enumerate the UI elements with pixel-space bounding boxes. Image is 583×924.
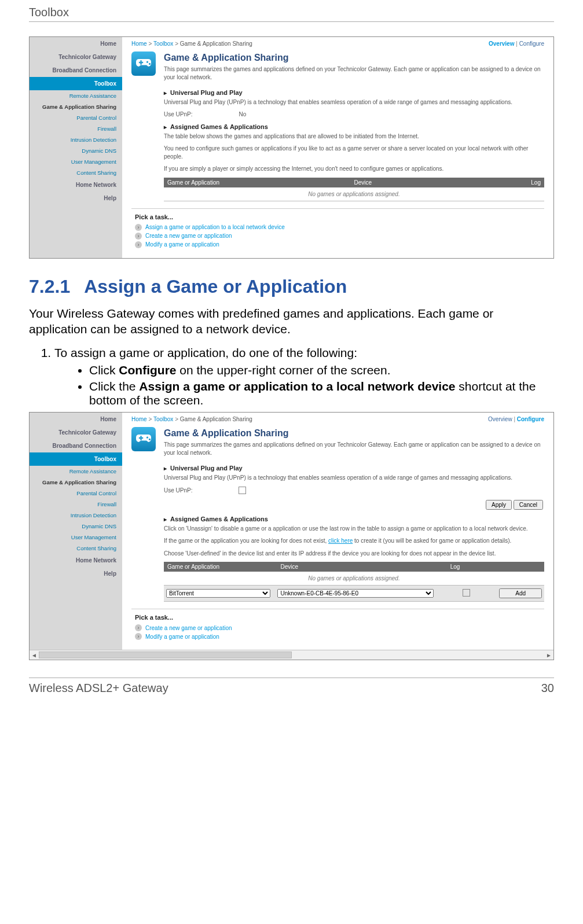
page-title: Game & Application Sharing bbox=[164, 53, 544, 63]
sidebar-item-parental[interactable]: Parental Control bbox=[30, 488, 122, 499]
sidebar-item-usermgmt[interactable]: User Management bbox=[30, 532, 122, 543]
sidebar-item-usermgmt[interactable]: User Management bbox=[30, 156, 122, 167]
th-app: Game or Application bbox=[167, 179, 354, 186]
doc-header-title: Toolbox bbox=[29, 0, 554, 22]
sidebar-item-ddns[interactable]: Dynamic DNS bbox=[30, 521, 122, 532]
sidebar-item-homenet[interactable]: Home Network bbox=[30, 178, 122, 192]
overview-link[interactable]: Overview bbox=[488, 416, 512, 422]
sidebar-item-broadband[interactable]: Broadband Connection bbox=[30, 439, 122, 452]
th-log: Log bbox=[450, 564, 507, 570]
scroll-thumb[interactable] bbox=[39, 651, 292, 658]
scroll-left-icon[interactable]: ◄ bbox=[30, 652, 39, 658]
app-select[interactable]: BitTorrent bbox=[166, 589, 270, 598]
step-1: To assign a game or application, do one … bbox=[54, 346, 554, 407]
sidebar-item-parental[interactable]: Parental Control bbox=[30, 112, 122, 123]
view-toggle: Overview | Configure bbox=[489, 41, 544, 47]
section-title: Assign a Game or Application bbox=[84, 276, 347, 297]
sidebar-item-technicolor[interactable]: Technicolor Gateway bbox=[30, 426, 122, 439]
assigned-c1: Click on 'Unassign' to disable a game or… bbox=[164, 525, 544, 533]
pick-task-label: Pick a task... bbox=[135, 213, 544, 220]
sidebar-item-intrusion[interactable]: Intrusion Detection bbox=[30, 510, 122, 521]
bc-toolbox[interactable]: Toolbox bbox=[153, 41, 173, 47]
arrow-icon: › bbox=[135, 633, 142, 640]
th-app: Game or Application bbox=[167, 564, 280, 570]
sidebar-item-homenet[interactable]: Home Network bbox=[30, 554, 122, 567]
assigned-c3: Choose 'User-defined' in the device list… bbox=[164, 550, 544, 558]
cancel-button[interactable]: Cancel bbox=[514, 500, 543, 510]
task-assign[interactable]: ›Assign a game or application to a local… bbox=[135, 224, 544, 231]
configure-link[interactable]: Configure bbox=[517, 416, 544, 422]
horizontal-scrollbar[interactable]: ◄ ► bbox=[30, 650, 553, 660]
add-row: BitTorrent Unknown-E0-CB-4E-95-86-E0 Add bbox=[164, 586, 544, 602]
sidebar-item-ddns[interactable]: Dynamic DNS bbox=[30, 145, 122, 156]
bc-home[interactable]: Home bbox=[131, 41, 147, 47]
arrow-icon: › bbox=[135, 224, 142, 231]
sidebar-item-home[interactable]: Home bbox=[30, 37, 122, 50]
configure-link[interactable]: Configure bbox=[519, 41, 544, 47]
sidebar-item-game-sharing[interactable]: Game & Application Sharing bbox=[30, 101, 122, 112]
log-checkbox[interactable] bbox=[463, 589, 470, 597]
sidebar-item-firewall[interactable]: Firewall bbox=[30, 499, 122, 510]
task-create[interactable]: ›Create a new game or application bbox=[135, 233, 544, 240]
upnp-desc: Universal Plug and Play (UPnP) is a tech… bbox=[164, 98, 544, 106]
sidebar-item-content[interactable]: Content Sharing bbox=[30, 543, 122, 554]
sidebar-item-remote[interactable]: Remote Assistance bbox=[30, 90, 122, 101]
sidebar-item-broadband[interactable]: Broadband Connection bbox=[30, 64, 122, 77]
arrow-icon: › bbox=[135, 233, 142, 240]
device-select[interactable]: Unknown-E0-CB-4E-95-86-E0 bbox=[277, 589, 434, 598]
table-empty-msg: No games or applications assigned. bbox=[164, 187, 544, 201]
page-desc: This page summarizes the games and appli… bbox=[164, 65, 544, 81]
sidebar-item-toolbox[interactable]: Toolbox bbox=[30, 77, 122, 90]
breadcrumb: Home > Toolbox > Game & Application Shar… bbox=[131, 41, 252, 47]
sidebar-item-intrusion[interactable]: Intrusion Detection bbox=[30, 134, 122, 145]
upnp-checkbox[interactable] bbox=[239, 487, 246, 494]
footer-page-number: 30 bbox=[541, 682, 554, 695]
sidebar-item-content[interactable]: Content Sharing bbox=[30, 167, 122, 178]
sidebar-item-game-sharing[interactable]: Game & Application Sharing bbox=[30, 477, 122, 488]
gamepad-icon bbox=[131, 427, 156, 451]
upnp-label: Use UPnP: bbox=[164, 111, 192, 117]
bc-toolbox[interactable]: Toolbox bbox=[153, 416, 173, 422]
bullet-configure: Click Configure on the upper-right corne… bbox=[89, 363, 554, 377]
table-header: Game or Application Device Log bbox=[164, 562, 544, 572]
upnp-heading: Universal Plug and Play bbox=[164, 465, 544, 472]
bc-home[interactable]: Home bbox=[131, 416, 147, 422]
click-here-link[interactable]: click here bbox=[328, 538, 353, 544]
sidebar-item-remote[interactable]: Remote Assistance bbox=[30, 466, 122, 477]
add-button[interactable]: Add bbox=[499, 588, 542, 598]
th-device: Device bbox=[280, 564, 450, 570]
assigned-d3: If you are simply a player or simply acc… bbox=[164, 165, 544, 173]
sidebar-item-firewall[interactable]: Firewall bbox=[30, 123, 122, 134]
overview-link[interactable]: Overview bbox=[489, 41, 514, 47]
task-modify[interactable]: ›Modify a game or application bbox=[135, 241, 544, 248]
table-empty-msg: No games or applications assigned. bbox=[164, 572, 544, 586]
assigned-c2: If the game or the application you are l… bbox=[164, 537, 544, 545]
upnp-value: No bbox=[239, 111, 246, 117]
upnp-desc: Universal Plug and Play (UPnP) is a tech… bbox=[164, 474, 544, 482]
section-heading: 7.2.1Assign a Game or Application bbox=[29, 276, 554, 297]
arrow-icon: › bbox=[135, 624, 142, 631]
scroll-right-icon[interactable]: ► bbox=[544, 652, 553, 658]
arrow-icon: › bbox=[135, 241, 142, 248]
pick-task-label: Pick a task... bbox=[135, 614, 544, 621]
task-create[interactable]: ›Create a new game or application bbox=[135, 624, 544, 631]
sidebar-item-help[interactable]: Help bbox=[30, 567, 122, 580]
sidebar-item-help[interactable]: Help bbox=[30, 192, 122, 205]
page-desc: This page summarizes the games and appli… bbox=[164, 441, 544, 457]
intro-paragraph: Your Wireless Gateway comes with predefi… bbox=[29, 305, 554, 337]
th-device: Device bbox=[354, 179, 479, 186]
task-modify[interactable]: ›Modify a game or application bbox=[135, 633, 544, 640]
th-log: Log bbox=[479, 179, 541, 186]
assigned-d2: You need to configure such games or appl… bbox=[164, 145, 544, 160]
sidebar-item-toolbox[interactable]: Toolbox bbox=[30, 452, 122, 466]
sidebar: Home Technicolor Gateway Broadband Conne… bbox=[30, 37, 122, 258]
apply-button[interactable]: Apply bbox=[486, 500, 512, 510]
view-toggle: Overview | Configure bbox=[488, 416, 544, 422]
sidebar-item-technicolor[interactable]: Technicolor Gateway bbox=[30, 50, 122, 64]
sidebar-item-home[interactable]: Home bbox=[30, 413, 122, 426]
screenshot-configure: Home Technicolor Gateway Broadband Conne… bbox=[29, 412, 554, 660]
screenshot-overview: Home Technicolor Gateway Broadband Conne… bbox=[29, 36, 554, 259]
upnp-label: Use UPnP: bbox=[164, 487, 192, 494]
bullet-assign: Click the Assign a game or application t… bbox=[89, 380, 554, 407]
assigned-heading: Assigned Games & Applications bbox=[164, 516, 544, 522]
